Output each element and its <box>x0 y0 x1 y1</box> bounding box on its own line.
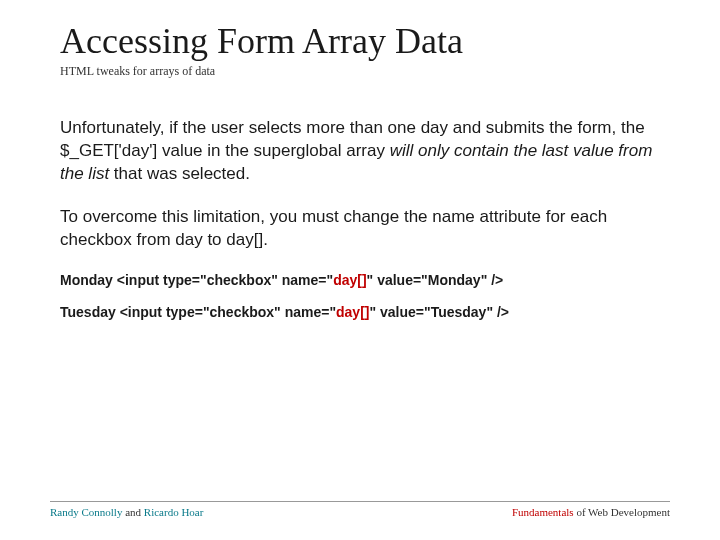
code2-suffix: " value="Tuesday" /> <box>369 304 509 320</box>
code-example-1: Monday <input type="checkbox" name="day[… <box>60 272 670 288</box>
author-and: and <box>125 506 144 518</box>
code2-highlight: day[] <box>336 304 369 320</box>
code2-prefix: Tuesday <input type="checkbox" name=" <box>60 304 336 320</box>
page-title: Accessing Form Array Data <box>60 20 670 62</box>
footer-authors: Randy Connolly and Ricardo Hoar <box>50 506 203 518</box>
code1-suffix: " value="Monday" /> <box>367 272 504 288</box>
book-rest: of Web Development <box>576 506 670 518</box>
para1-part2: that was selected. <box>109 164 250 183</box>
code1-prefix: Monday <input type="checkbox" name=" <box>60 272 333 288</box>
code-example-2: Tuesday <input type="checkbox" name="day… <box>60 304 670 320</box>
author-2: Ricardo Hoar <box>144 506 204 518</box>
paragraph-2: To overcome this limitation, you must ch… <box>60 206 670 252</box>
footer-book: Fundamentals of Web Development <box>512 506 670 518</box>
page-subtitle: HTML tweaks for arrays of data <box>60 64 670 79</box>
author-1: Randy Connolly <box>50 506 125 518</box>
footer: Randy Connolly and Ricardo Hoar Fundamen… <box>50 501 670 518</box>
code1-highlight: day[] <box>333 272 366 288</box>
paragraph-1: Unfortunately, if the user selects more … <box>60 117 670 186</box>
book-highlight: Fundamentals <box>512 506 576 518</box>
slide-container: Accessing Form Array Data HTML tweaks fo… <box>0 0 720 540</box>
